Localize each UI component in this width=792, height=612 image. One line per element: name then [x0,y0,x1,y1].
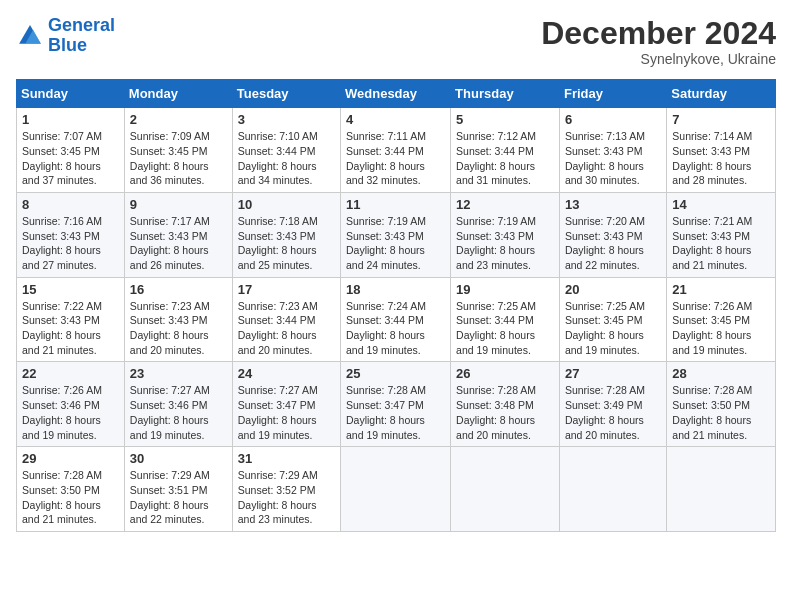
day-number: 29 [22,451,119,466]
page-header: General Blue December 2024 Synelnykove, … [16,16,776,67]
calendar-cell [341,447,451,532]
day-number: 12 [456,197,554,212]
day-info: Sunrise: 7:27 AMSunset: 3:47 PMDaylight:… [238,383,335,442]
day-info: Sunrise: 7:24 AMSunset: 3:44 PMDaylight:… [346,299,445,358]
calendar-cell: 25Sunrise: 7:28 AMSunset: 3:47 PMDayligh… [341,362,451,447]
calendar-header-row: SundayMondayTuesdayWednesdayThursdayFrid… [17,80,776,108]
day-info: Sunrise: 7:23 AMSunset: 3:43 PMDaylight:… [130,299,227,358]
day-number: 13 [565,197,661,212]
day-number: 25 [346,366,445,381]
header-saturday: Saturday [667,80,776,108]
day-number: 1 [22,112,119,127]
calendar-cell: 18Sunrise: 7:24 AMSunset: 3:44 PMDayligh… [341,277,451,362]
day-info: Sunrise: 7:11 AMSunset: 3:44 PMDaylight:… [346,129,445,188]
day-info: Sunrise: 7:17 AMSunset: 3:43 PMDaylight:… [130,214,227,273]
header-monday: Monday [124,80,232,108]
calendar-week-row: 8Sunrise: 7:16 AMSunset: 3:43 PMDaylight… [17,192,776,277]
day-info: Sunrise: 7:20 AMSunset: 3:43 PMDaylight:… [565,214,661,273]
calendar-cell: 13Sunrise: 7:20 AMSunset: 3:43 PMDayligh… [559,192,666,277]
calendar-cell: 26Sunrise: 7:28 AMSunset: 3:48 PMDayligh… [451,362,560,447]
calendar-cell: 21Sunrise: 7:26 AMSunset: 3:45 PMDayligh… [667,277,776,362]
calendar-week-row: 29Sunrise: 7:28 AMSunset: 3:50 PMDayligh… [17,447,776,532]
calendar-cell [667,447,776,532]
day-info: Sunrise: 7:23 AMSunset: 3:44 PMDaylight:… [238,299,335,358]
calendar-cell [451,447,560,532]
day-number: 27 [565,366,661,381]
header-tuesday: Tuesday [232,80,340,108]
calendar-cell: 29Sunrise: 7:28 AMSunset: 3:50 PMDayligh… [17,447,125,532]
day-info: Sunrise: 7:28 AMSunset: 3:47 PMDaylight:… [346,383,445,442]
title-block: December 2024 Synelnykove, Ukraine [541,16,776,67]
day-info: Sunrise: 7:21 AMSunset: 3:43 PMDaylight:… [672,214,770,273]
calendar-cell: 15Sunrise: 7:22 AMSunset: 3:43 PMDayligh… [17,277,125,362]
day-info: Sunrise: 7:25 AMSunset: 3:45 PMDaylight:… [565,299,661,358]
calendar-cell: 6Sunrise: 7:13 AMSunset: 3:43 PMDaylight… [559,108,666,193]
header-wednesday: Wednesday [341,80,451,108]
day-number: 22 [22,366,119,381]
day-number: 20 [565,282,661,297]
day-info: Sunrise: 7:18 AMSunset: 3:43 PMDaylight:… [238,214,335,273]
day-number: 5 [456,112,554,127]
day-number: 15 [22,282,119,297]
logo-text: General Blue [48,16,115,56]
day-number: 30 [130,451,227,466]
day-number: 3 [238,112,335,127]
calendar-cell: 5Sunrise: 7:12 AMSunset: 3:44 PMDaylight… [451,108,560,193]
day-info: Sunrise: 7:16 AMSunset: 3:43 PMDaylight:… [22,214,119,273]
calendar-cell: 3Sunrise: 7:10 AMSunset: 3:44 PMDaylight… [232,108,340,193]
calendar-cell: 30Sunrise: 7:29 AMSunset: 3:51 PMDayligh… [124,447,232,532]
day-info: Sunrise: 7:27 AMSunset: 3:46 PMDaylight:… [130,383,227,442]
day-info: Sunrise: 7:26 AMSunset: 3:45 PMDaylight:… [672,299,770,358]
day-info: Sunrise: 7:09 AMSunset: 3:45 PMDaylight:… [130,129,227,188]
calendar-cell: 11Sunrise: 7:19 AMSunset: 3:43 PMDayligh… [341,192,451,277]
day-number: 4 [346,112,445,127]
calendar-cell: 16Sunrise: 7:23 AMSunset: 3:43 PMDayligh… [124,277,232,362]
day-number: 31 [238,451,335,466]
day-info: Sunrise: 7:29 AMSunset: 3:52 PMDaylight:… [238,468,335,527]
location-subtitle: Synelnykove, Ukraine [541,51,776,67]
day-number: 10 [238,197,335,212]
day-info: Sunrise: 7:22 AMSunset: 3:43 PMDaylight:… [22,299,119,358]
day-number: 2 [130,112,227,127]
day-info: Sunrise: 7:19 AMSunset: 3:43 PMDaylight:… [346,214,445,273]
calendar-week-row: 15Sunrise: 7:22 AMSunset: 3:43 PMDayligh… [17,277,776,362]
day-info: Sunrise: 7:29 AMSunset: 3:51 PMDaylight:… [130,468,227,527]
calendar-cell: 28Sunrise: 7:28 AMSunset: 3:50 PMDayligh… [667,362,776,447]
month-title: December 2024 [541,16,776,51]
day-number: 6 [565,112,661,127]
calendar-cell: 8Sunrise: 7:16 AMSunset: 3:43 PMDaylight… [17,192,125,277]
calendar-cell: 22Sunrise: 7:26 AMSunset: 3:46 PMDayligh… [17,362,125,447]
calendar-cell: 12Sunrise: 7:19 AMSunset: 3:43 PMDayligh… [451,192,560,277]
logo-icon [16,22,44,50]
calendar-cell: 4Sunrise: 7:11 AMSunset: 3:44 PMDaylight… [341,108,451,193]
day-number: 7 [672,112,770,127]
day-info: Sunrise: 7:10 AMSunset: 3:44 PMDaylight:… [238,129,335,188]
calendar-cell: 19Sunrise: 7:25 AMSunset: 3:44 PMDayligh… [451,277,560,362]
calendar-cell: 31Sunrise: 7:29 AMSunset: 3:52 PMDayligh… [232,447,340,532]
day-number: 21 [672,282,770,297]
day-number: 9 [130,197,227,212]
calendar-cell: 27Sunrise: 7:28 AMSunset: 3:49 PMDayligh… [559,362,666,447]
logo: General Blue [16,16,115,56]
calendar-cell: 7Sunrise: 7:14 AMSunset: 3:43 PMDaylight… [667,108,776,193]
calendar-week-row: 1Sunrise: 7:07 AMSunset: 3:45 PMDaylight… [17,108,776,193]
calendar-cell: 9Sunrise: 7:17 AMSunset: 3:43 PMDaylight… [124,192,232,277]
day-number: 18 [346,282,445,297]
day-number: 28 [672,366,770,381]
header-thursday: Thursday [451,80,560,108]
day-info: Sunrise: 7:28 AMSunset: 3:50 PMDaylight:… [672,383,770,442]
day-info: Sunrise: 7:19 AMSunset: 3:43 PMDaylight:… [456,214,554,273]
day-number: 17 [238,282,335,297]
day-number: 14 [672,197,770,212]
day-info: Sunrise: 7:07 AMSunset: 3:45 PMDaylight:… [22,129,119,188]
calendar-cell: 14Sunrise: 7:21 AMSunset: 3:43 PMDayligh… [667,192,776,277]
calendar-cell: 24Sunrise: 7:27 AMSunset: 3:47 PMDayligh… [232,362,340,447]
header-sunday: Sunday [17,80,125,108]
day-info: Sunrise: 7:26 AMSunset: 3:46 PMDaylight:… [22,383,119,442]
day-info: Sunrise: 7:28 AMSunset: 3:48 PMDaylight:… [456,383,554,442]
day-number: 26 [456,366,554,381]
day-number: 11 [346,197,445,212]
calendar-cell: 17Sunrise: 7:23 AMSunset: 3:44 PMDayligh… [232,277,340,362]
day-info: Sunrise: 7:12 AMSunset: 3:44 PMDaylight:… [456,129,554,188]
calendar-cell [559,447,666,532]
